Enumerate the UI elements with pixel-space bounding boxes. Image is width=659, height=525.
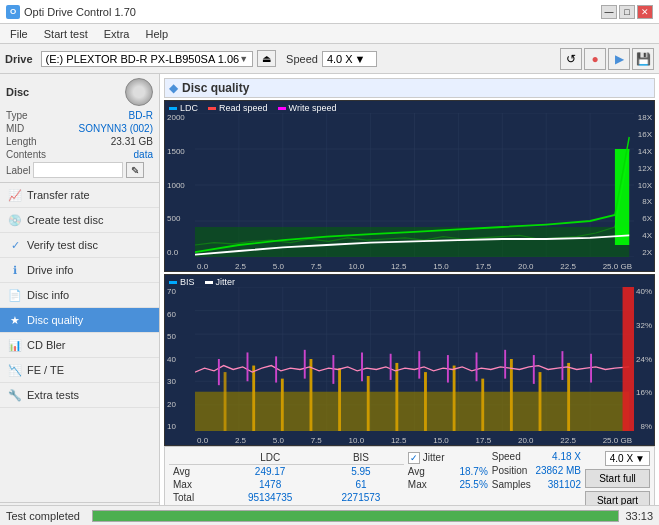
svg-rect-41 bbox=[453, 366, 456, 431]
statusbar: Test completed 33:13 bbox=[0, 505, 659, 525]
nav-label-cd-bler: CD Bler bbox=[27, 339, 66, 351]
bis-legend-label: BIS bbox=[180, 277, 195, 287]
maximize-button[interactable]: □ bbox=[619, 5, 635, 19]
upper-chart-legend: LDC Read speed Write speed bbox=[169, 103, 336, 113]
col-header-bis: BIS bbox=[318, 451, 404, 465]
type-label: Type bbox=[6, 110, 28, 121]
sidebar-item-cd-bler[interactable]: 📊 CD Bler bbox=[0, 333, 159, 358]
svg-rect-34 bbox=[252, 366, 255, 431]
position-val: 23862 MB bbox=[535, 465, 581, 476]
y-right-6x: 6X bbox=[642, 214, 652, 223]
cd-bler-icon: 📊 bbox=[8, 338, 22, 352]
position-row: Position 23862 MB bbox=[492, 465, 581, 476]
samples-key: Samples bbox=[492, 479, 531, 490]
burn-button[interactable]: ● bbox=[584, 48, 606, 70]
eject-button[interactable]: ⏏ bbox=[257, 50, 276, 67]
svg-rect-44 bbox=[539, 372, 542, 431]
drive-selector[interactable]: (E:) PLEXTOR BD-R PX-LB950SA 1.06 ▼ bbox=[41, 51, 254, 67]
app-title: Opti Drive Control 1.70 bbox=[24, 6, 136, 18]
sidebar-item-verify-test-disc[interactable]: ✓ Verify test disc bbox=[0, 233, 159, 258]
speed-label: Speed bbox=[286, 53, 318, 65]
extra-tests-icon: 🔧 bbox=[8, 388, 22, 402]
svg-rect-35 bbox=[281, 379, 284, 431]
save-button[interactable]: 💾 bbox=[632, 48, 654, 70]
jitter-avg-value: 18.7% bbox=[459, 466, 487, 477]
contents-value: data bbox=[134, 149, 153, 160]
start-full-button[interactable]: Start full bbox=[585, 469, 650, 488]
menu-start-test[interactable]: Start test bbox=[38, 27, 94, 41]
sidebar-item-fe-te[interactable]: 📉 FE / TE bbox=[0, 358, 159, 383]
legend-read-speed: Read speed bbox=[208, 103, 268, 113]
label-edit-button[interactable]: ✎ bbox=[126, 162, 144, 178]
panel-title: Disc quality bbox=[182, 81, 249, 95]
upper-chart-area bbox=[195, 113, 634, 257]
y-right-14x: 14X bbox=[638, 147, 652, 156]
minimize-button[interactable]: — bbox=[601, 5, 617, 19]
upper-chart-svg bbox=[195, 113, 634, 257]
read-button[interactable]: ▶ bbox=[608, 48, 630, 70]
bis-legend-dot bbox=[169, 281, 177, 284]
start-speed-value: 4.0 X bbox=[610, 453, 633, 464]
speed-row: Speed 4.18 X bbox=[492, 451, 581, 462]
samples-val: 381102 bbox=[548, 479, 581, 490]
y-label-2000: 2000 bbox=[167, 113, 193, 122]
y-right-12x: 12X bbox=[638, 164, 652, 173]
status-text: Test completed bbox=[6, 510, 86, 522]
sidebar-item-disc-quality[interactable]: ★ Disc quality bbox=[0, 308, 159, 333]
nav-label-drive-info: Drive info bbox=[27, 264, 73, 276]
y-label-500: 500 bbox=[167, 214, 193, 223]
total-label: Total bbox=[169, 491, 222, 504]
sidebar-item-extra-tests[interactable]: 🔧 Extra tests bbox=[0, 383, 159, 408]
svg-rect-33 bbox=[224, 372, 227, 431]
speed-arrow-icon: ▼ bbox=[355, 53, 366, 65]
jitter-avg-row: Avg 18.7% bbox=[408, 466, 488, 477]
sidebar-item-transfer-rate[interactable]: 📈 Transfer rate bbox=[0, 183, 159, 208]
menubar: File Start test Extra Help bbox=[0, 24, 659, 44]
svg-rect-42 bbox=[481, 379, 484, 431]
jitter-label: Jitter bbox=[423, 452, 445, 463]
jitter-checkbox[interactable]: ✓ bbox=[408, 452, 420, 464]
jitter-max-value: 25.5% bbox=[459, 479, 487, 490]
disc-label-label: Label bbox=[6, 165, 30, 176]
avg-label: Avg bbox=[169, 465, 222, 479]
col-header-ldc: LDC bbox=[222, 451, 318, 465]
sidebar-item-drive-info[interactable]: ℹ Drive info bbox=[0, 258, 159, 283]
refresh-button[interactable]: ↺ bbox=[560, 48, 582, 70]
start-speed-dropdown[interactable]: 4.0 X ▼ bbox=[605, 451, 650, 466]
nav-label-fe-te: FE / TE bbox=[27, 364, 64, 376]
upper-y-right: 18X 16X 14X 12X 10X 8X 6X 4X 2X bbox=[634, 101, 654, 271]
speed-value: 4.0 X bbox=[327, 53, 353, 65]
sidebar-item-disc-info[interactable]: 📄 Disc info bbox=[0, 283, 159, 308]
length-label: Length bbox=[6, 136, 37, 147]
nav-label-extra-tests: Extra tests bbox=[27, 389, 79, 401]
contents-label: Contents bbox=[6, 149, 46, 160]
svg-rect-43 bbox=[510, 359, 513, 431]
total-bis: 2271573 bbox=[318, 491, 404, 504]
y-right-4x: 4X bbox=[642, 231, 652, 240]
menu-file[interactable]: File bbox=[4, 27, 34, 41]
start-speed-arrow-icon: ▼ bbox=[635, 453, 645, 464]
disc-label-input[interactable] bbox=[33, 162, 123, 178]
panel-header: ◆ Disc quality bbox=[164, 78, 655, 98]
verify-test-disc-icon: ✓ bbox=[8, 238, 22, 252]
speed-selector[interactable]: 4.0 X ▼ bbox=[322, 51, 377, 67]
disc-info-icon: 📄 bbox=[8, 288, 22, 302]
avg-ldc: 249.17 bbox=[222, 465, 318, 479]
svg-rect-36 bbox=[310, 359, 313, 431]
type-value: BD-R bbox=[129, 110, 153, 121]
sidebar-item-create-test-disc[interactable]: 💿 Create test disc bbox=[0, 208, 159, 233]
total-ldc: 95134735 bbox=[222, 491, 318, 504]
y-label-1500: 1500 bbox=[167, 147, 193, 156]
ldc-legend-label: LDC bbox=[180, 103, 198, 113]
drive-info-icon: ℹ bbox=[8, 263, 22, 277]
legend-bis: BIS bbox=[169, 277, 195, 287]
speed-key: Speed bbox=[492, 451, 521, 462]
nav-items: 📈 Transfer rate 💿 Create test disc ✓ Ver… bbox=[0, 183, 159, 502]
close-button[interactable]: ✕ bbox=[637, 5, 653, 19]
jitter-max-row: Max 25.5% bbox=[408, 479, 488, 490]
upper-y-left: 2000 1500 1000 500 0.0 bbox=[165, 101, 195, 271]
menu-help[interactable]: Help bbox=[139, 27, 174, 41]
svg-rect-38 bbox=[367, 376, 370, 431]
legend-ldc: LDC bbox=[169, 103, 198, 113]
menu-extra[interactable]: Extra bbox=[98, 27, 136, 41]
